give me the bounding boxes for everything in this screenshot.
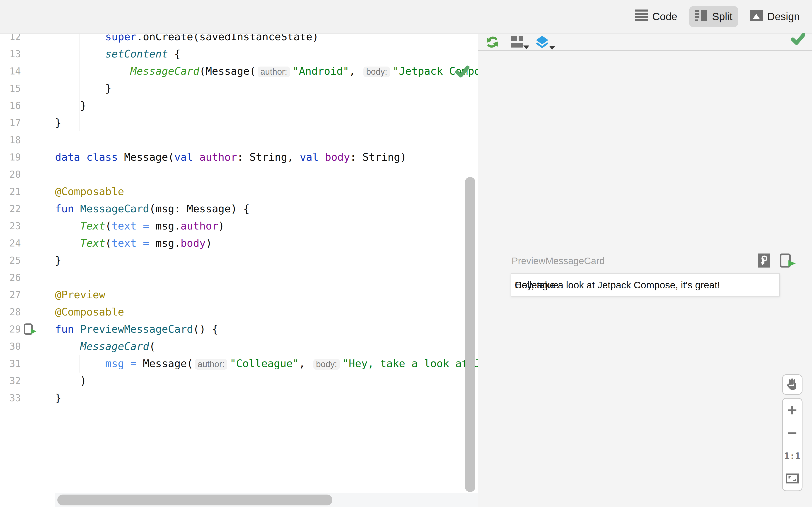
code-line[interactable]: 16 }: [0, 97, 478, 114]
code-line[interactable]: 17}: [0, 114, 478, 131]
code-line[interactable]: 28@Composable: [0, 303, 478, 321]
code-text: @Composable: [55, 306, 478, 318]
line-number: 16: [0, 100, 21, 111]
code-line[interactable]: 12 super.onCreate(savedInstanceState): [0, 34, 478, 45]
code-token: super: [105, 34, 137, 43]
horizontal-scrollbar-track: [55, 493, 478, 507]
code-token: [193, 151, 199, 163]
code-token: () {: [193, 323, 218, 335]
code-line[interactable]: 22fun MessageCard(msg: Message) {: [0, 200, 478, 217]
code-token: (msg: Message) {: [149, 203, 249, 215]
layers-icon[interactable]: [535, 36, 549, 48]
code-text: @Preview: [55, 289, 478, 301]
no-problems-check-icon[interactable]: [455, 65, 469, 79]
code-token: [74, 203, 80, 215]
code-line[interactable]: 18: [0, 131, 478, 149]
tab-split[interactable]: Split: [689, 6, 738, 27]
code-token: (: [149, 340, 155, 352]
code-token: MessageCard: [130, 65, 199, 77]
zoom-out-button[interactable]: −: [783, 422, 802, 445]
code-text: fun MessageCard(msg: Message) {: [55, 203, 478, 215]
editor-mode-bar: Code Split Design: [0, 0, 812, 34]
code-text: MessageCard(Message(author:"Android", bo…: [55, 65, 478, 77]
code-token: (: [105, 237, 112, 249]
code-text: }: [55, 117, 478, 129]
parameter-hint: author:: [195, 359, 227, 370]
code-text: @Composable: [55, 185, 478, 198]
code-token: : String,: [237, 151, 300, 163]
parameter-hint: body:: [363, 66, 390, 77]
pan-button[interactable]: [782, 374, 803, 395]
code-line[interactable]: 24 Text(text = msg.body): [0, 234, 478, 252]
code-line[interactable]: 33}: [0, 389, 478, 406]
run-preview-icon[interactable]: [21, 323, 55, 335]
code-token: "Android": [293, 65, 349, 77]
code-token: [55, 34, 105, 43]
layout-variants-icon[interactable]: [511, 36, 523, 48]
code-line[interactable]: 25}: [0, 252, 478, 269]
line-number: 31: [0, 358, 21, 369]
tab-code[interactable]: Code: [629, 6, 683, 27]
code-token: setContent: [105, 48, 168, 60]
refresh-icon[interactable]: [486, 36, 499, 49]
code-line[interactable]: 32 ): [0, 372, 478, 389]
zoom-to-fit-icon: [786, 473, 799, 484]
code-text: MessageCard(: [55, 340, 478, 352]
code-line[interactable]: 29fun PreviewMessageCard() {: [0, 321, 478, 338]
tab-split-label: Split: [712, 10, 732, 23]
code-line[interactable]: 20: [0, 166, 478, 183]
code-token: }: [55, 82, 111, 94]
line-number: 26: [0, 272, 21, 283]
code-token: text =: [111, 220, 155, 232]
vertical-scrollbar[interactable]: [465, 177, 475, 492]
code-line[interactable]: 30 MessageCard(: [0, 338, 478, 355]
code-editor[interactable]: 12 super.onCreate(savedInstanceState)13 …: [0, 34, 478, 507]
code-token: msg =: [105, 357, 143, 370]
code-token: .onCreate(savedInstanceState): [137, 34, 318, 43]
code-line[interactable]: 27@Preview: [0, 286, 478, 303]
code-lines: 12 super.onCreate(savedInstanceState)13 …: [0, 34, 478, 406]
line-number: 25: [0, 255, 21, 266]
code-token: Message(: [143, 357, 193, 370]
code-token: MessageCard: [80, 340, 149, 352]
code-token: }: [55, 117, 61, 129]
code-line[interactable]: 21@Composable: [0, 183, 478, 200]
code-line[interactable]: 13 setContent {: [0, 45, 478, 62]
code-token: ): [218, 220, 224, 232]
code-token: (Message(: [199, 65, 256, 77]
line-number: 22: [0, 203, 21, 214]
zoom-in-button[interactable]: +: [783, 399, 802, 422]
preview-header: PreviewMessageCard: [512, 253, 806, 269]
line-number: 27: [0, 289, 21, 300]
code-line[interactable]: 19data class Message(val author: String,…: [0, 149, 478, 166]
code-text: super.onCreate(savedInstanceState): [55, 34, 478, 43]
compose-preview-card[interactable]: Colleague Hey, take a look at Jetpack Co…: [511, 273, 780, 296]
code-token: {: [168, 48, 181, 60]
code-line[interactable]: 31 msg = Message(author:"Colleague", bod…: [0, 355, 478, 372]
preview-title[interactable]: PreviewMessageCard: [512, 256, 758, 266]
zoom-to-fit-button[interactable]: [783, 468, 802, 491]
design-preview-pane: PreviewMessageCard Colleague Hey, take a…: [478, 34, 812, 507]
code-line[interactable]: 15 }: [0, 80, 478, 97]
render-ok-check-icon: [791, 33, 805, 46]
code-token: body: [325, 151, 350, 163]
code-token: @Composable: [55, 185, 124, 198]
run-preview-icon[interactable]: [780, 253, 796, 269]
code-token: }: [55, 254, 61, 266]
code-token: PreviewMessageCard: [80, 323, 193, 335]
code-token: [74, 323, 80, 335]
horizontal-scrollbar[interactable]: [57, 495, 333, 505]
code-token: (: [105, 220, 112, 232]
line-number: 19: [0, 152, 21, 163]
interactive-preview-icon[interactable]: [758, 253, 770, 269]
code-line[interactable]: 26: [0, 269, 478, 286]
tab-design[interactable]: Design: [744, 6, 806, 27]
code-line[interactable]: 14 MessageCard(Message(author:"Android",…: [0, 62, 478, 80]
zoom-actual-size-button[interactable]: 1:1: [783, 445, 802, 468]
preview-body-text: Hey, take a look at Jetpack Compose, it'…: [515, 280, 720, 291]
design-view-icon: [750, 10, 763, 23]
chevron-down-icon: [523, 46, 529, 49]
zoom-controls: + − 1:1: [782, 398, 803, 491]
code-line[interactable]: 23 Text(text = msg.author): [0, 217, 478, 234]
hand-pan-icon: [786, 378, 798, 391]
